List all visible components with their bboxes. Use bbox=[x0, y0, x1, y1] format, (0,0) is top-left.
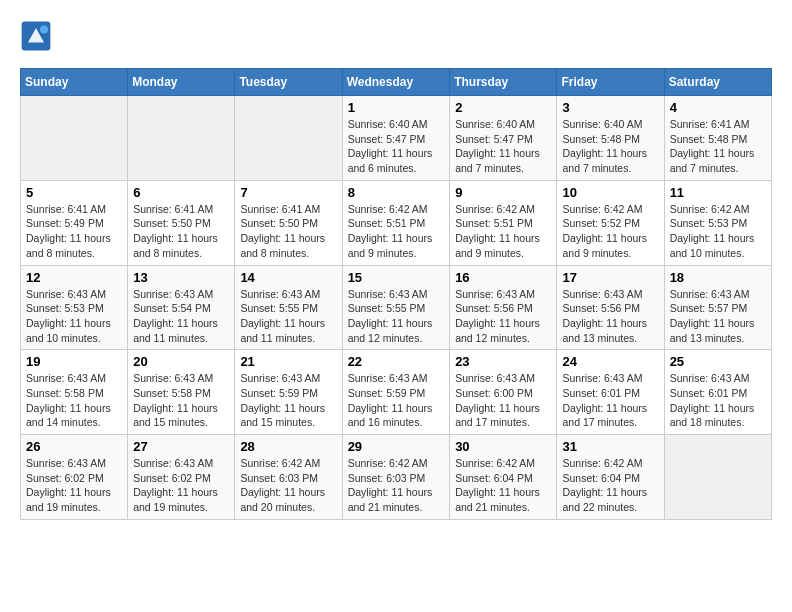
svg-point-2 bbox=[40, 26, 48, 34]
calendar-cell: 6Sunrise: 6:41 AMSunset: 5:50 PMDaylight… bbox=[128, 180, 235, 265]
calendar-cell: 7Sunrise: 6:41 AMSunset: 5:50 PMDaylight… bbox=[235, 180, 342, 265]
calendar-cell: 4Sunrise: 6:41 AMSunset: 5:48 PMDaylight… bbox=[664, 96, 771, 181]
day-number: 27 bbox=[133, 439, 229, 454]
day-info: Sunrise: 6:42 AMSunset: 5:51 PMDaylight:… bbox=[348, 202, 445, 261]
day-info: Sunrise: 6:42 AMSunset: 5:51 PMDaylight:… bbox=[455, 202, 551, 261]
day-info: Sunrise: 6:43 AMSunset: 6:01 PMDaylight:… bbox=[562, 371, 658, 430]
day-info: Sunrise: 6:42 AMSunset: 5:53 PMDaylight:… bbox=[670, 202, 766, 261]
calendar-cell: 1Sunrise: 6:40 AMSunset: 5:47 PMDaylight… bbox=[342, 96, 450, 181]
day-number: 20 bbox=[133, 354, 229, 369]
calendar-week-row: 1Sunrise: 6:40 AMSunset: 5:47 PMDaylight… bbox=[21, 96, 772, 181]
day-number: 28 bbox=[240, 439, 336, 454]
day-info: Sunrise: 6:41 AMSunset: 5:48 PMDaylight:… bbox=[670, 117, 766, 176]
day-number: 5 bbox=[26, 185, 122, 200]
calendar-cell: 10Sunrise: 6:42 AMSunset: 5:52 PMDayligh… bbox=[557, 180, 664, 265]
calendar-cell: 3Sunrise: 6:40 AMSunset: 5:48 PMDaylight… bbox=[557, 96, 664, 181]
calendar-cell: 18Sunrise: 6:43 AMSunset: 5:57 PMDayligh… bbox=[664, 265, 771, 350]
day-info: Sunrise: 6:40 AMSunset: 5:47 PMDaylight:… bbox=[348, 117, 445, 176]
logo bbox=[20, 20, 56, 52]
day-number: 18 bbox=[670, 270, 766, 285]
calendar-cell: 26Sunrise: 6:43 AMSunset: 6:02 PMDayligh… bbox=[21, 435, 128, 520]
logo-icon bbox=[20, 20, 52, 52]
calendar-week-row: 19Sunrise: 6:43 AMSunset: 5:58 PMDayligh… bbox=[21, 350, 772, 435]
weekday-header-wednesday: Wednesday bbox=[342, 69, 450, 96]
day-number: 21 bbox=[240, 354, 336, 369]
calendar-cell: 22Sunrise: 6:43 AMSunset: 5:59 PMDayligh… bbox=[342, 350, 450, 435]
calendar-cell: 16Sunrise: 6:43 AMSunset: 5:56 PMDayligh… bbox=[450, 265, 557, 350]
day-number: 12 bbox=[26, 270, 122, 285]
day-info: Sunrise: 6:43 AMSunset: 5:55 PMDaylight:… bbox=[348, 287, 445, 346]
day-number: 24 bbox=[562, 354, 658, 369]
day-number: 13 bbox=[133, 270, 229, 285]
day-info: Sunrise: 6:43 AMSunset: 5:59 PMDaylight:… bbox=[348, 371, 445, 430]
day-info: Sunrise: 6:42 AMSunset: 5:52 PMDaylight:… bbox=[562, 202, 658, 261]
day-number: 30 bbox=[455, 439, 551, 454]
day-info: Sunrise: 6:40 AMSunset: 5:48 PMDaylight:… bbox=[562, 117, 658, 176]
day-number: 3 bbox=[562, 100, 658, 115]
day-info: Sunrise: 6:43 AMSunset: 5:54 PMDaylight:… bbox=[133, 287, 229, 346]
day-number: 6 bbox=[133, 185, 229, 200]
day-info: Sunrise: 6:43 AMSunset: 5:53 PMDaylight:… bbox=[26, 287, 122, 346]
weekday-header-saturday: Saturday bbox=[664, 69, 771, 96]
day-number: 26 bbox=[26, 439, 122, 454]
calendar-header: SundayMondayTuesdayWednesdayThursdayFrid… bbox=[21, 69, 772, 96]
calendar-cell: 15Sunrise: 6:43 AMSunset: 5:55 PMDayligh… bbox=[342, 265, 450, 350]
day-info: Sunrise: 6:43 AMSunset: 5:58 PMDaylight:… bbox=[133, 371, 229, 430]
calendar-cell: 2Sunrise: 6:40 AMSunset: 5:47 PMDaylight… bbox=[450, 96, 557, 181]
calendar-cell: 5Sunrise: 6:41 AMSunset: 5:49 PMDaylight… bbox=[21, 180, 128, 265]
calendar-cell bbox=[235, 96, 342, 181]
calendar-cell bbox=[664, 435, 771, 520]
day-info: Sunrise: 6:40 AMSunset: 5:47 PMDaylight:… bbox=[455, 117, 551, 176]
day-info: Sunrise: 6:43 AMSunset: 5:57 PMDaylight:… bbox=[670, 287, 766, 346]
day-number: 8 bbox=[348, 185, 445, 200]
calendar-cell: 13Sunrise: 6:43 AMSunset: 5:54 PMDayligh… bbox=[128, 265, 235, 350]
day-info: Sunrise: 6:43 AMSunset: 5:56 PMDaylight:… bbox=[455, 287, 551, 346]
calendar-cell: 27Sunrise: 6:43 AMSunset: 6:02 PMDayligh… bbox=[128, 435, 235, 520]
day-info: Sunrise: 6:42 AMSunset: 6:03 PMDaylight:… bbox=[348, 456, 445, 515]
calendar-cell: 11Sunrise: 6:42 AMSunset: 5:53 PMDayligh… bbox=[664, 180, 771, 265]
day-number: 31 bbox=[562, 439, 658, 454]
calendar-cell: 12Sunrise: 6:43 AMSunset: 5:53 PMDayligh… bbox=[21, 265, 128, 350]
day-number: 15 bbox=[348, 270, 445, 285]
day-number: 29 bbox=[348, 439, 445, 454]
weekday-header-thursday: Thursday bbox=[450, 69, 557, 96]
day-info: Sunrise: 6:43 AMSunset: 5:55 PMDaylight:… bbox=[240, 287, 336, 346]
calendar-body: 1Sunrise: 6:40 AMSunset: 5:47 PMDaylight… bbox=[21, 96, 772, 520]
day-info: Sunrise: 6:41 AMSunset: 5:50 PMDaylight:… bbox=[240, 202, 336, 261]
weekday-header-monday: Monday bbox=[128, 69, 235, 96]
day-info: Sunrise: 6:43 AMSunset: 5:59 PMDaylight:… bbox=[240, 371, 336, 430]
day-info: Sunrise: 6:43 AMSunset: 5:56 PMDaylight:… bbox=[562, 287, 658, 346]
day-info: Sunrise: 6:43 AMSunset: 6:02 PMDaylight:… bbox=[133, 456, 229, 515]
day-info: Sunrise: 6:42 AMSunset: 6:03 PMDaylight:… bbox=[240, 456, 336, 515]
weekday-header-friday: Friday bbox=[557, 69, 664, 96]
page-header bbox=[20, 20, 772, 52]
calendar-table: SundayMondayTuesdayWednesdayThursdayFrid… bbox=[20, 68, 772, 520]
calendar-cell: 28Sunrise: 6:42 AMSunset: 6:03 PMDayligh… bbox=[235, 435, 342, 520]
calendar-week-row: 12Sunrise: 6:43 AMSunset: 5:53 PMDayligh… bbox=[21, 265, 772, 350]
day-number: 2 bbox=[455, 100, 551, 115]
day-info: Sunrise: 6:41 AMSunset: 5:50 PMDaylight:… bbox=[133, 202, 229, 261]
day-number: 17 bbox=[562, 270, 658, 285]
day-number: 11 bbox=[670, 185, 766, 200]
day-info: Sunrise: 6:43 AMSunset: 6:02 PMDaylight:… bbox=[26, 456, 122, 515]
calendar-cell: 8Sunrise: 6:42 AMSunset: 5:51 PMDaylight… bbox=[342, 180, 450, 265]
calendar-cell: 24Sunrise: 6:43 AMSunset: 6:01 PMDayligh… bbox=[557, 350, 664, 435]
day-info: Sunrise: 6:41 AMSunset: 5:49 PMDaylight:… bbox=[26, 202, 122, 261]
weekday-header-tuesday: Tuesday bbox=[235, 69, 342, 96]
day-number: 16 bbox=[455, 270, 551, 285]
calendar-cell: 20Sunrise: 6:43 AMSunset: 5:58 PMDayligh… bbox=[128, 350, 235, 435]
calendar-cell bbox=[128, 96, 235, 181]
weekday-header-row: SundayMondayTuesdayWednesdayThursdayFrid… bbox=[21, 69, 772, 96]
calendar-cell: 21Sunrise: 6:43 AMSunset: 5:59 PMDayligh… bbox=[235, 350, 342, 435]
calendar-cell: 14Sunrise: 6:43 AMSunset: 5:55 PMDayligh… bbox=[235, 265, 342, 350]
day-info: Sunrise: 6:43 AMSunset: 6:00 PMDaylight:… bbox=[455, 371, 551, 430]
day-number: 19 bbox=[26, 354, 122, 369]
weekday-header-sunday: Sunday bbox=[21, 69, 128, 96]
day-info: Sunrise: 6:43 AMSunset: 5:58 PMDaylight:… bbox=[26, 371, 122, 430]
day-number: 23 bbox=[455, 354, 551, 369]
day-info: Sunrise: 6:42 AMSunset: 6:04 PMDaylight:… bbox=[455, 456, 551, 515]
day-info: Sunrise: 6:43 AMSunset: 6:01 PMDaylight:… bbox=[670, 371, 766, 430]
day-number: 22 bbox=[348, 354, 445, 369]
day-number: 4 bbox=[670, 100, 766, 115]
calendar-cell bbox=[21, 96, 128, 181]
